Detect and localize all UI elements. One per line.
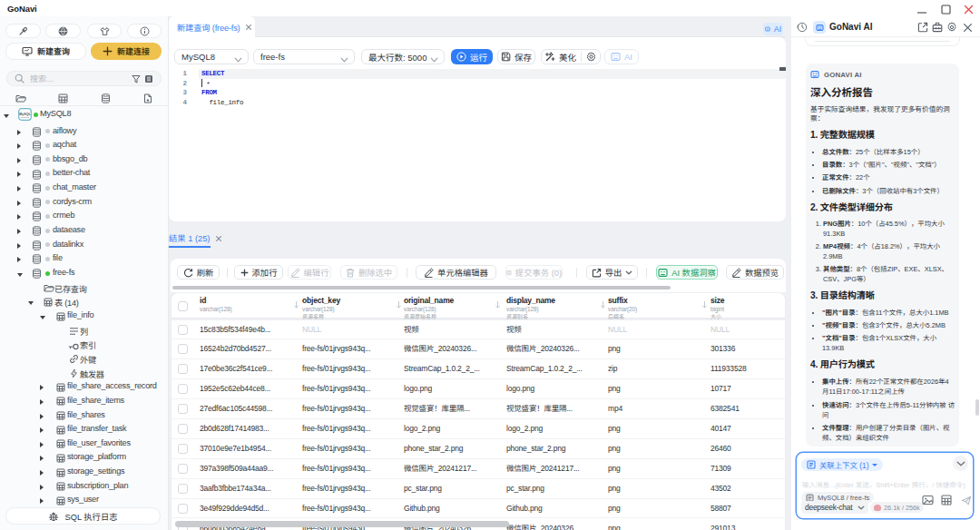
svg-text:MySQL: MySQL — [19, 113, 31, 116]
